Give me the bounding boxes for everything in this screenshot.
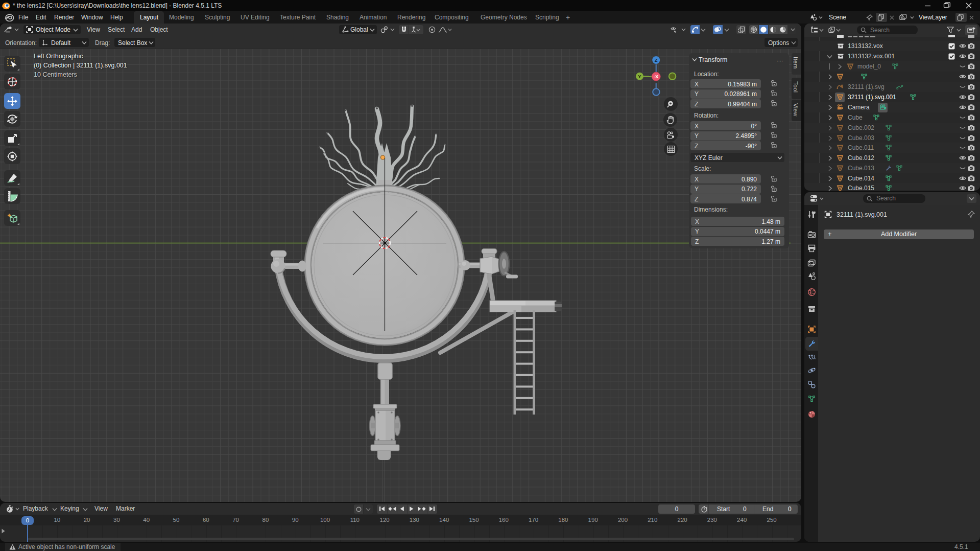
svg-text:Y: Y xyxy=(638,74,641,79)
svg-text:-X: -X xyxy=(654,74,659,79)
svg-text:Z: Z xyxy=(655,57,658,63)
